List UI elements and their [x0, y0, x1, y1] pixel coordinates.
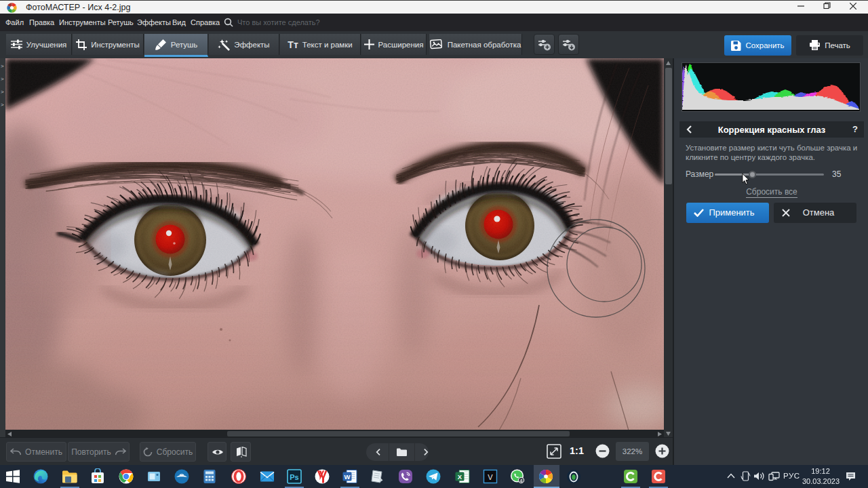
svg-text:V: V [488, 473, 493, 481]
svg-text:Ps: Ps [290, 473, 298, 481]
svg-text:X: X [458, 473, 462, 481]
svg-text:4: 4 [519, 478, 523, 484]
svg-text:W: W [344, 473, 351, 481]
